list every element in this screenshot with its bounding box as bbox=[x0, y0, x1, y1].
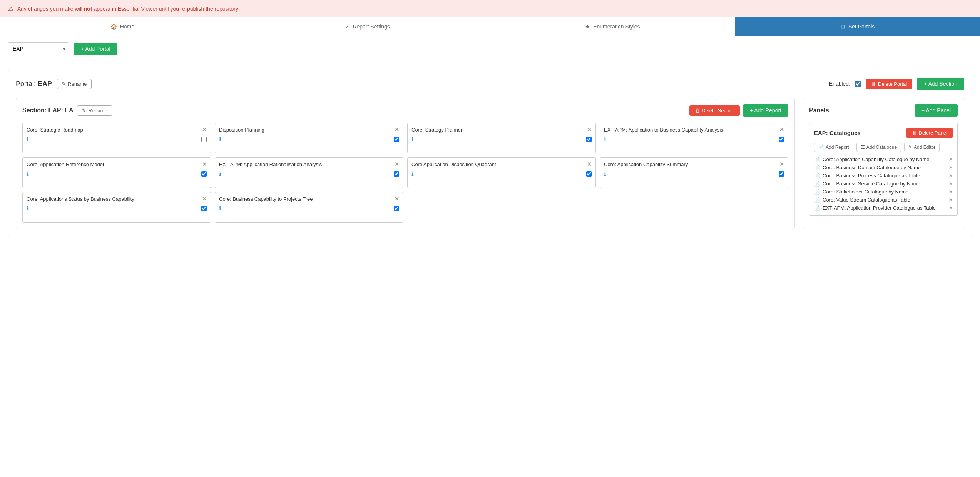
report-card-close[interactable]: ✕ bbox=[202, 162, 207, 167]
tab-set-portals[interactable]: ⊞ Set Portals bbox=[735, 17, 980, 36]
catalogue-item-close[interactable]: ✕ bbox=[949, 205, 953, 211]
tab-set-portals-label: Set Portals bbox=[848, 23, 875, 30]
panels-header: Panels + Add Panel bbox=[809, 104, 958, 117]
catalogue-item-close[interactable]: ✕ bbox=[949, 181, 953, 187]
section-title-name: EAP: EA bbox=[48, 107, 74, 113]
catalogue-item-close[interactable]: ✕ bbox=[949, 173, 953, 178]
info-icon[interactable]: ℹ bbox=[411, 170, 414, 177]
delete-panel-button[interactable]: 🗑 Delete Panel bbox=[906, 128, 953, 138]
report-checkbox[interactable] bbox=[201, 206, 207, 211]
report-card-close[interactable]: ✕ bbox=[395, 162, 399, 167]
report-card-footer: ℹ bbox=[27, 170, 207, 177]
delete-portal-button[interactable]: 🗑 Delete Portal bbox=[866, 79, 912, 89]
panel-add-report-button[interactable]: 📄 Add Report bbox=[814, 143, 853, 152]
portal-container: Portal: EAP ✎ Rename Enabled: 🗑 Delete P… bbox=[8, 70, 972, 237]
portal-header-right: Enabled: 🗑 Delete Portal + Add Section bbox=[829, 78, 964, 90]
add-report-button[interactable]: + Add Report bbox=[743, 104, 788, 117]
catalogue-item-left: 📄 Core: Business Domain Catalogue by Nam… bbox=[814, 165, 921, 170]
report-checkbox[interactable] bbox=[201, 171, 207, 177]
report-card-close[interactable]: ✕ bbox=[395, 196, 399, 202]
tab-home[interactable]: 🏠 Home bbox=[0, 17, 245, 36]
delete-portal-icon: 🗑 bbox=[871, 81, 876, 87]
info-icon[interactable]: ℹ bbox=[411, 136, 414, 143]
panel-report-icon: 📄 bbox=[818, 145, 824, 150]
catalogue-item-left: 📄 Core: Application Capability Catalogue… bbox=[814, 157, 930, 162]
report-card: EXT-APM: Application to Business Capabil… bbox=[600, 123, 788, 153]
report-card-close[interactable]: ✕ bbox=[779, 127, 784, 132]
info-icon[interactable]: ℹ bbox=[219, 136, 221, 143]
report-card: Core: Application Capability Summary ✕ ℹ bbox=[600, 157, 788, 188]
catalogue-item-label: EXT-APM: Application Provider Catalogue … bbox=[823, 205, 936, 211]
section-area: Section: EAP: EA ✎ Rename 🗑 Delete Secti… bbox=[16, 98, 795, 229]
section-title: Section: EAP: EA bbox=[22, 107, 73, 114]
add-panel-button[interactable]: + Add Panel bbox=[915, 104, 958, 117]
report-card-close[interactable]: ✕ bbox=[587, 162, 592, 167]
doc-icon: 📄 bbox=[814, 173, 820, 178]
add-section-button[interactable]: + Add Section bbox=[917, 78, 964, 90]
tab-enumeration-styles[interactable]: ★ Enumeration Styles bbox=[490, 17, 736, 36]
info-icon[interactable]: ℹ bbox=[219, 205, 221, 212]
report-card-title: Core: Applications Status by Business Ca… bbox=[27, 196, 202, 202]
panel-add-editor-button[interactable]: ✎ Add Editor bbox=[904, 143, 940, 152]
report-card-header: Core: Strategy Planner ✕ bbox=[411, 127, 592, 133]
report-card-footer: ℹ bbox=[604, 170, 784, 177]
catalogue-item-label: Core: Value Stream Catalogue as Table bbox=[823, 197, 910, 203]
report-checkbox[interactable] bbox=[201, 137, 207, 142]
info-icon[interactable]: ℹ bbox=[604, 170, 606, 177]
home-icon: 🏠 bbox=[110, 23, 117, 30]
panel-card-header: EAP: Catalogues 🗑 Delete Panel bbox=[814, 128, 953, 138]
delete-section-button[interactable]: 🗑 Delete Section bbox=[689, 105, 740, 116]
report-card-header: Core: Application Reference Model ✕ bbox=[27, 162, 207, 167]
report-checkbox[interactable] bbox=[779, 137, 784, 142]
tab-report-settings[interactable]: ✓ Report Settings bbox=[245, 17, 490, 36]
report-card-close[interactable]: ✕ bbox=[202, 127, 207, 132]
portal-title: Portal: EAP bbox=[16, 80, 52, 88]
list-item: 📄 Core: Business Service Catalogue by Na… bbox=[814, 181, 953, 187]
check-icon: ✓ bbox=[345, 23, 350, 30]
report-card-close[interactable]: ✕ bbox=[779, 162, 784, 167]
report-card-close[interactable]: ✕ bbox=[395, 127, 399, 132]
enabled-checkbox[interactable] bbox=[855, 81, 861, 87]
catalogue-item-close[interactable]: ✕ bbox=[949, 165, 953, 170]
add-panel-label: + Add Panel bbox=[921, 107, 951, 113]
info-icon[interactable]: ℹ bbox=[27, 136, 29, 143]
portal-header-left: Portal: EAP ✎ Rename bbox=[16, 79, 92, 89]
info-icon[interactable]: ℹ bbox=[27, 170, 29, 177]
section-rename-button[interactable]: ✎ Rename bbox=[77, 105, 112, 116]
report-card: EXT-APM: Application Rationalisation Ana… bbox=[215, 157, 403, 188]
portal-rename-button[interactable]: ✎ Rename bbox=[57, 79, 92, 89]
report-checkbox[interactable] bbox=[779, 171, 784, 177]
report-card-close[interactable]: ✕ bbox=[202, 196, 207, 202]
portal-select[interactable]: EAP bbox=[8, 42, 69, 55]
report-card-title: Core Application Disposition Quadrant bbox=[411, 162, 587, 167]
report-card: Core: Business Capability to Projects Tr… bbox=[215, 192, 403, 223]
panel-card-title: EAP: Catalogues bbox=[814, 130, 861, 136]
catalogue-item-close[interactable]: ✕ bbox=[949, 189, 953, 195]
catalogue-item-close[interactable]: ✕ bbox=[949, 157, 953, 162]
section-rename-label: Rename bbox=[88, 108, 107, 113]
add-portal-button[interactable]: + Add Portal bbox=[74, 43, 117, 55]
catalogue-item-left: 📄 EXT-APM: Application Provider Catalogu… bbox=[814, 205, 936, 211]
report-card-close[interactable]: ✕ bbox=[587, 127, 592, 132]
section-header-left: Section: EAP: EA ✎ Rename bbox=[22, 105, 112, 116]
info-icon[interactable]: ℹ bbox=[604, 136, 606, 143]
report-card: Core: Strategic Roadmap ✕ ℹ bbox=[22, 123, 211, 153]
report-checkbox[interactable] bbox=[394, 171, 399, 177]
doc-icon: 📄 bbox=[814, 205, 820, 211]
portal-select-wrap: EAP bbox=[8, 42, 69, 55]
list-item: 📄 Core: Business Domain Catalogue by Nam… bbox=[814, 165, 953, 170]
panel-add-catalogue-button[interactable]: ☰ Add Catalogue bbox=[856, 143, 901, 152]
report-checkbox[interactable] bbox=[394, 206, 399, 211]
warning-icon: ⚠ bbox=[8, 5, 13, 12]
star-icon: ★ bbox=[585, 23, 590, 30]
report-card-title: Core: Business Capability to Projects Tr… bbox=[219, 196, 395, 202]
catalogue-item-close[interactable]: ✕ bbox=[949, 197, 953, 203]
info-icon[interactable]: ℹ bbox=[219, 170, 221, 177]
report-card-footer: ℹ bbox=[604, 136, 784, 143]
report-checkbox[interactable] bbox=[394, 137, 399, 142]
info-icon[interactable]: ℹ bbox=[27, 205, 29, 212]
report-checkbox[interactable] bbox=[586, 137, 592, 142]
toolbar: EAP + Add Portal bbox=[0, 36, 980, 62]
report-checkbox[interactable] bbox=[586, 171, 592, 177]
report-card-title: Core: Application Capability Summary bbox=[604, 162, 779, 167]
